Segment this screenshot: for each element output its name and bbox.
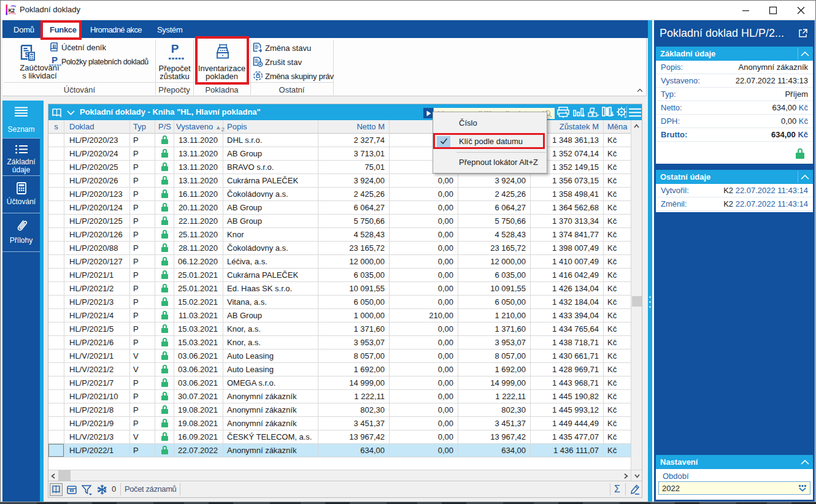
- svg-text:$: $: [25, 51, 29, 58]
- svg-text:K2: K2: [9, 7, 15, 13]
